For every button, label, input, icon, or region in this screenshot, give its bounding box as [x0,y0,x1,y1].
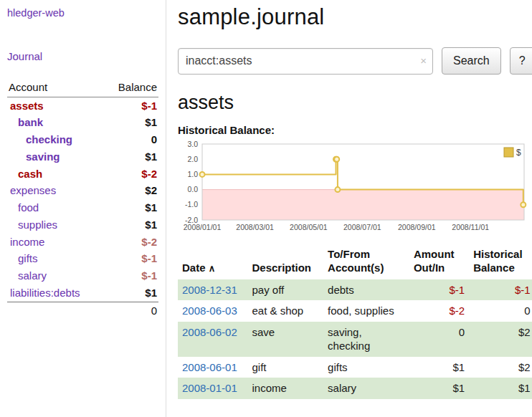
y-tick-label: 1.0 [187,170,198,178]
account-row: salary $-1 [7,268,158,285]
search-input[interactable] [178,48,433,75]
txn-row: 2008-06-01 gift gifts $1 $2 [178,357,532,378]
x-tick-label: 2008/11/01 [452,223,489,231]
sidebar: hledger-web Journal Account Balance asse… [0,0,166,417]
x-tick-label: 2008/03/01 [236,223,274,231]
txn-date-link[interactable]: 2008-12-31 [182,284,237,296]
txn-accounts: gifts [323,357,409,378]
account-row: liabilities:debts $1 [7,284,158,302]
txn-description: gift [247,357,323,378]
account-link[interactable]: salary [9,269,47,283]
page-title: sample.journal [178,4,532,30]
transactions-header-row: Date ∧ Description To/From Account(s) Am… [178,245,532,279]
account-row: saving $1 [7,148,158,166]
txn-balance: $2 [469,357,532,378]
txn-accounts: saving, checking [323,322,409,357]
account-balance: $1 [145,219,157,232]
y-tick-label: 2.0 [187,155,198,163]
y-tick-label: 0.0 [187,185,198,193]
txn-description: save [247,322,323,357]
account-link[interactable]: expenses [9,184,56,198]
legend-label: $ [516,148,521,158]
account-row: checking 0 [7,132,158,149]
txn-balance: $-1 [469,279,532,301]
account-balance: $-1 [141,252,157,266]
account-link[interactable]: cash [9,168,42,181]
transactions-table: Date ∧ Description To/From Account(s) Am… [178,245,532,399]
account-balance: $-1 [141,269,157,283]
y-tick-label: 3.0 [187,140,198,148]
account-link[interactable]: income [9,236,44,249]
txn-header-accounts[interactable]: To/From Account(s) [323,245,409,279]
txn-row: 2008-06-02 save saving, checking 0 $2 [178,322,532,357]
account-balance: $1 [145,116,157,130]
txn-header-balance[interactable]: Historical Balance [469,245,532,279]
account-balance: $-2 [141,168,157,181]
txn-header-date-label: Date [182,262,206,274]
txn-row: 2008-06-03 eat & shop food, supplies $-2… [178,300,532,322]
accounts-list: assets $-1 bank $1 checking 0 saving $1 … [7,97,158,302]
historical-balance-chart: 3.02.01.00.0-1.0-2.02008/01/012008/03/01… [178,139,532,238]
account-link[interactable]: liabilities:debts [9,287,80,300]
search-input-wrap: × [178,48,433,75]
txn-accounts: debts [323,279,409,301]
account-row: gifts $-1 [7,251,158,268]
search-bar: × Search ? [178,47,532,75]
txn-header-date[interactable]: Date ∧ [178,245,247,279]
search-button[interactable]: Search [442,47,501,75]
data-point-marker [335,187,340,192]
chart-title: Historical Balance: [178,124,532,136]
txn-header-description[interactable]: Description [247,245,323,279]
txn-date-link[interactable]: 2008-06-02 [182,326,237,338]
account-balance: $1 [145,287,157,300]
account-balance: $1 [145,150,157,164]
account-link[interactable]: food [9,201,39,215]
negative-region [202,190,524,220]
main-content: sample.journal × Search ? assets Histori… [166,0,532,417]
txn-date-link[interactable]: 2008-01-01 [182,382,237,394]
clear-search-icon[interactable]: × [420,55,427,66]
account-row: cash $-2 [7,166,158,183]
txn-header-amount[interactable]: Amount Out/In [409,245,469,279]
txn-description: eat & shop [247,300,323,322]
account-balance: $1 [145,201,157,215]
txn-accounts: food, supplies [323,300,409,322]
txn-row: 2008-01-01 income salary $1 $1 [178,378,532,399]
y-tick-label: -1.0 [185,200,198,208]
data-point-marker [334,157,339,162]
txn-date-link[interactable]: 2008-06-03 [182,305,237,317]
accounts-total-value: 0 [151,305,157,317]
account-balance: 0 [151,133,157,147]
transactions-body: 2008-12-31 pay off debts $-1 $-1 2008-06… [178,279,532,399]
txn-date-link[interactable]: 2008-06-01 [182,361,237,373]
account-link[interactable]: gifts [9,252,38,266]
account-link[interactable]: saving [9,150,60,164]
app-brand-link[interactable]: hledger-web [7,7,158,19]
data-point-marker [521,202,526,207]
account-row: bank $1 [7,115,158,132]
account-row: income $-2 [7,234,158,251]
sidebar-journal-link[interactable]: Journal [7,50,158,62]
accounts-total-row: 0 [7,302,158,319]
legend-swatch [504,148,513,157]
sort-asc-icon: ∧ [209,263,216,274]
x-tick-label: 2008/05/01 [290,223,328,231]
x-tick-label: 2008/09/01 [398,223,436,231]
txn-amount: $1 [409,378,469,399]
account-row: supplies $1 [7,216,158,234]
account-balance: $2 [145,184,157,198]
txn-balance: 0 [469,300,532,322]
balance-chart-svg: 3.02.01.00.0-1.0-2.02008/01/012008/03/01… [178,139,528,238]
txn-description: pay off [247,279,323,301]
help-button[interactable]: ? [510,47,532,75]
txn-amount: $1 [409,357,469,378]
txn-description: income [247,378,323,399]
accounts-header-account: Account [9,81,47,93]
account-row: expenses $2 [7,183,158,200]
account-link[interactable]: checking [9,133,72,147]
account-balance: $-2 [141,236,157,249]
account-link[interactable]: assets [9,100,44,113]
account-link[interactable]: supplies [9,219,57,232]
account-link[interactable]: bank [9,116,43,130]
data-point-marker [200,172,205,177]
